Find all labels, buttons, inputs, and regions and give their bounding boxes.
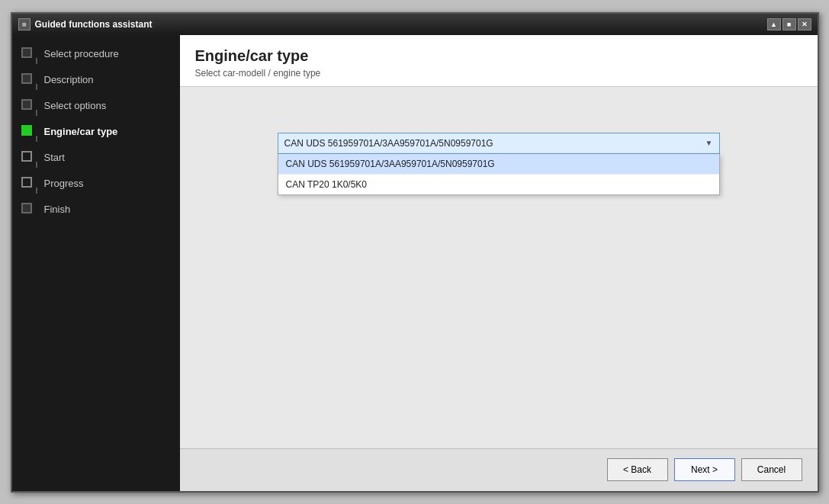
title-bar-icon: ■ (18, 18, 31, 30)
step-indicator-6 (21, 177, 32, 188)
step-indicator-1 (21, 47, 32, 58)
step-indicator-3 (21, 99, 32, 110)
dropdown-option-2[interactable]: CAN TP20 1K0/5K0 (278, 175, 719, 194)
sidebar: Select procedure Description Select opti… (12, 35, 180, 491)
sidebar-item-engine-car-type: Engine/car type (12, 120, 180, 146)
dropdown-wrapper: CAN UDS 561959701A/3AA959701A/5N0959701G… (278, 133, 720, 154)
window-title: Guided functions assistant (35, 19, 153, 30)
step-indicator-7 (21, 203, 32, 213)
close-button[interactable]: ✕ (798, 18, 811, 30)
back-button[interactable]: < Back (607, 458, 668, 481)
main-content: Select procedure Description Select opti… (12, 35, 818, 491)
next-button[interactable]: Next > (674, 458, 735, 481)
dropdown-trigger[interactable]: CAN UDS 561959701A/3AA959701A/5N0959701G… (278, 133, 720, 154)
step-indicator-5 (21, 151, 32, 162)
maximize-button[interactable]: ■ (782, 18, 796, 30)
page-subtitle: Select car-modell / engine type (195, 68, 802, 79)
sidebar-label-start: Start (44, 151, 65, 163)
step-indicator-4 (21, 125, 32, 136)
dropdown-option-1[interactable]: CAN UDS 561959701A/3AA959701A/5N0959701G (278, 154, 719, 175)
content-area: Engine/car type Select car-modell / engi… (180, 35, 818, 491)
sidebar-item-progress: Progress (12, 172, 180, 198)
sidebar-label-description: Description (44, 73, 94, 85)
sidebar-item-description: Description (12, 69, 180, 95)
dropdown-list: CAN UDS 561959701A/3AA959701A/5N0959701G… (278, 154, 720, 195)
content-header: Engine/car type Select car-modell / engi… (180, 35, 818, 87)
sidebar-label-engine-car-type: Engine/car type (44, 125, 118, 137)
dropdown-arrow-icon: ▼ (705, 139, 713, 147)
main-window: ■ Guided functions assistant ▲ ■ ✕ Selec… (11, 12, 819, 493)
sidebar-item-select-options: Select options (12, 95, 180, 120)
sidebar-item-select-procedure: Select procedure (12, 43, 180, 69)
sidebar-item-finish: Finish (12, 198, 180, 220)
title-bar-controls: ▲ ■ ✕ (767, 18, 811, 30)
cancel-button[interactable]: Cancel (741, 458, 802, 481)
step-indicator-2 (21, 73, 32, 84)
content-body: CAN UDS 561959701A/3AA959701A/5N0959701G… (180, 87, 818, 448)
sidebar-label-finish: Finish (44, 203, 71, 215)
sidebar-label-select-options: Select options (44, 99, 107, 111)
minimize-button[interactable]: ▲ (767, 18, 781, 30)
dropdown-selected-value: CAN UDS 561959701A/3AA959701A/5N0959701G (284, 138, 493, 149)
title-bar: ■ Guided functions assistant ▲ ■ ✕ (12, 14, 818, 35)
footer: < Back Next > Cancel (180, 448, 818, 491)
sidebar-label-select-procedure: Select procedure (44, 47, 119, 59)
page-title: Engine/car type (195, 47, 802, 65)
sidebar-label-progress: Progress (44, 177, 84, 189)
sidebar-item-start: Start (12, 146, 180, 172)
